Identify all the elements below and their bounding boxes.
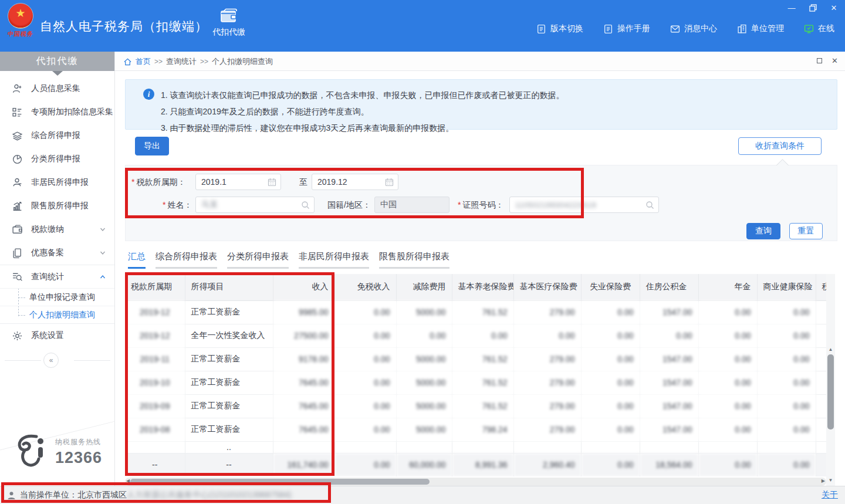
vertical-scrollbar[interactable]: ▲ ▼ bbox=[826, 274, 835, 486]
cell-value-9: 0.00 bbox=[757, 418, 816, 441]
tab-5[interactable]: 限售股所得申报表 bbox=[379, 251, 449, 269]
sidebar-collapse-button[interactable]: « bbox=[43, 353, 59, 368]
sidebar-item-label: 人员信息采集 bbox=[31, 83, 80, 94]
cell-value-7: 1547.00 bbox=[640, 371, 698, 394]
header-tab-withholding[interactable]: 代扣代缴 bbox=[207, 8, 251, 38]
sidebar-item-label: 优惠备案 bbox=[31, 248, 64, 258]
sidebar-item-4[interactable]: 分类所得申报 bbox=[0, 147, 114, 171]
table-row[interactable]: 2019-11正常工资薪金9178.000.005000.00761.52279… bbox=[125, 347, 826, 371]
cell-value-8: 0.00 bbox=[698, 371, 757, 394]
cell-income-item: 正常工资薪金 bbox=[185, 394, 273, 418]
sidebar-item-8[interactable]: 优惠备案 bbox=[0, 241, 114, 265]
cell-value-1: 7645.00 bbox=[273, 418, 334, 441]
sidebar-menu: 人员信息采集专项附加扣除信息采集综合所得申报分类所得申报非居民所得申报限售股所得… bbox=[0, 77, 114, 347]
to-label: 至 bbox=[299, 177, 307, 188]
app-window: — ✕ ★ 中国税务 自然人电子税务局（扣缴端） 代扣代缴 bbox=[0, 0, 845, 504]
header-menu: 版本切换操作手册消息中心单位管理在线 bbox=[536, 23, 834, 34]
sidebar-item-5[interactable]: 非居民所得申报 bbox=[0, 171, 114, 194]
panel-close-icon[interactable]: ✕ bbox=[832, 56, 838, 65]
header-menu-label: 操作手册 bbox=[617, 23, 650, 34]
cell-extra bbox=[816, 453, 826, 476]
cell-empty bbox=[273, 441, 334, 453]
logo-caption: 中国税务 bbox=[5, 30, 36, 38]
tab-3[interactable]: 分类所得申报表 bbox=[227, 251, 289, 269]
scroll-down-icon[interactable]: ▼ bbox=[826, 478, 835, 483]
scroll-right-icon[interactable]: ▶ bbox=[822, 478, 825, 483]
search-icon[interactable] bbox=[645, 201, 654, 209]
person-icon bbox=[12, 177, 23, 188]
chevron-up-icon bbox=[99, 273, 106, 280]
period-to-input[interactable]: 2019.12 bbox=[312, 174, 398, 190]
header-menu-item-3[interactable]: 消息中心 bbox=[670, 23, 717, 34]
sidebar-subitem-1[interactable]: 单位申报记录查询 bbox=[0, 288, 114, 306]
cell-value-9: 0.00 bbox=[757, 300, 816, 324]
reset-button[interactable]: 重置 bbox=[789, 223, 823, 239]
vertical-scrollbar-thumb[interactable] bbox=[827, 354, 834, 429]
table-row[interactable]: 2019-12全年一次性奖金收入27500.000.000.000.000.00… bbox=[125, 324, 826, 347]
calendar-icon[interactable] bbox=[268, 178, 276, 187]
horizontal-scrollbar-thumb[interactable] bbox=[130, 479, 430, 485]
header-menu-item-4[interactable]: 单位管理 bbox=[737, 23, 784, 34]
table-row[interactable]: 2019-10正常工资薪金7645.000.005000.00761.52279… bbox=[125, 371, 826, 394]
search-icon[interactable] bbox=[301, 201, 310, 209]
query-button[interactable]: 查询 bbox=[746, 223, 780, 239]
export-button[interactable]: 导出 bbox=[135, 137, 169, 155]
sidebar-item-2[interactable]: 专项附加扣除信息采集 bbox=[0, 100, 114, 124]
sidebar-subitem-2[interactable]: 个人扣缴明细查询 bbox=[0, 306, 114, 323]
table-row[interactable]: 2019-09正常工资薪金7645.000.005000.00761.52279… bbox=[125, 394, 826, 418]
cell-extra bbox=[816, 324, 826, 347]
column-header-3: 收入 bbox=[273, 274, 334, 300]
cell-value-2: 0.00 bbox=[334, 453, 396, 476]
cell-period: 2019-09 bbox=[125, 394, 185, 418]
header-menu-item-1[interactable]: 版本切换 bbox=[536, 23, 583, 34]
tab-1[interactable]: 汇总 bbox=[128, 251, 146, 269]
horizontal-scrollbar[interactable]: ◀ ▶ bbox=[125, 478, 826, 486]
header-menu-label: 在线 bbox=[818, 23, 834, 34]
result-table-wrap: 税款所属期所得项目收入免税收入减除费用基本养老保险费基本医疗保险费失业保险费住房… bbox=[125, 274, 826, 476]
collapse-query-button[interactable]: 收折查询条件 bbox=[738, 137, 822, 155]
tab-4[interactable]: 非居民所得申报表 bbox=[299, 251, 369, 269]
cell-empty bbox=[334, 441, 396, 453]
sidebar-item-3[interactable]: 综合所得申报 bbox=[0, 124, 114, 147]
name-input[interactable]: 马某 bbox=[195, 197, 315, 213]
cell-value-7: 1547.00 bbox=[640, 300, 698, 324]
cell-value-9: 0.00 bbox=[757, 371, 816, 394]
result-table: 税款所属期所得项目收入免税收入减除费用基本养老保险费基本医疗保险费失业保险费住房… bbox=[125, 274, 826, 476]
about-link[interactable]: 关于 bbox=[822, 490, 838, 500]
sidebar-item-1[interactable]: 人员信息采集 bbox=[0, 77, 114, 100]
cell-income-item: -- bbox=[185, 453, 273, 476]
cell-empty bbox=[452, 441, 513, 453]
cell-value-2: 0.00 bbox=[334, 300, 396, 324]
minimize-button[interactable]: — bbox=[786, 2, 797, 13]
cell-period: 2019-12 bbox=[125, 324, 185, 347]
header-menu-item-5[interactable]: 在线 bbox=[804, 23, 834, 34]
calendar-icon[interactable] bbox=[385, 178, 394, 187]
breadcrumb-home-link[interactable]: 首页 bbox=[136, 56, 151, 67]
scroll-left-icon[interactable]: ◀ bbox=[126, 478, 130, 483]
sidebar-item-6[interactable]: 限售股所得申报 bbox=[0, 194, 114, 218]
tab-2[interactable]: 综合所得申报表 bbox=[156, 251, 217, 269]
id-number-input[interactable]: 110502199304223519 bbox=[509, 197, 659, 213]
sidebar-item-7[interactable]: 税款缴纳 bbox=[0, 218, 114, 241]
header-menu-item-2[interactable]: 操作手册 bbox=[603, 23, 650, 34]
table-row[interactable]: 2019-08正常工资薪金7645.000.005000.00798.24279… bbox=[125, 418, 826, 441]
cell-empty bbox=[816, 441, 826, 453]
cell-value-6: 0.00 bbox=[581, 300, 640, 324]
sidebar-item-10[interactable]: 系统设置 bbox=[0, 324, 114, 347]
cell-value-1: 27500.00 bbox=[273, 324, 334, 347]
table-row[interactable]: 2019-12正常工资薪金9985.000.005000.00761.52279… bbox=[125, 300, 826, 324]
id-value-blurred: 110502199304223519 bbox=[515, 201, 596, 209]
table-total-row[interactable]: ----161,740.000.0060,000.008,991.362,960… bbox=[125, 453, 826, 476]
sidebar-item-9[interactable]: 查询统计 bbox=[0, 265, 114, 288]
cell-extra bbox=[816, 394, 826, 418]
period-from-input[interactable]: 2019.1 bbox=[195, 174, 281, 190]
close-button[interactable]: ✕ bbox=[829, 2, 839, 13]
table-ellipsis-row: .. bbox=[125, 441, 826, 453]
restore-button[interactable] bbox=[807, 2, 818, 13]
cell-value-2: 0.00 bbox=[334, 418, 396, 441]
panel-maximize-icon[interactable] bbox=[817, 58, 822, 63]
cell-period: 2019-12 bbox=[125, 300, 185, 324]
scroll-up-icon[interactable]: ▲ bbox=[826, 347, 835, 352]
notice-line-3: 3. 由于数据处理的滞后性，建议您在申报成功3天之后再来查询最新的申报数据。 bbox=[161, 120, 829, 136]
layers-icon bbox=[12, 130, 23, 141]
